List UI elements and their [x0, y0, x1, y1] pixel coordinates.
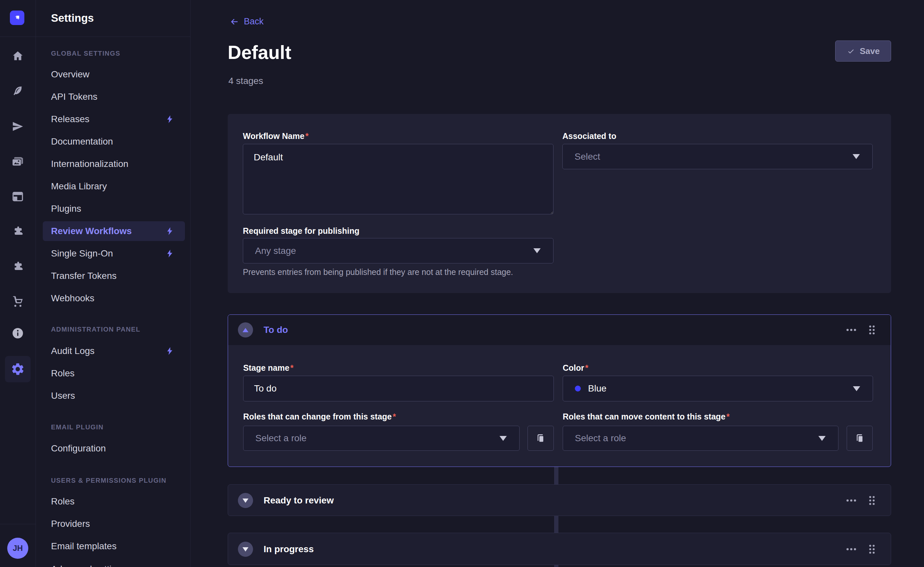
chevron-down-icon	[853, 154, 860, 159]
sidebar-item-overview[interactable]: Overview	[43, 65, 185, 84]
avatar-initials: JH	[13, 544, 23, 553]
stage-options-button[interactable]	[845, 543, 857, 555]
required-asterisk: *	[585, 363, 588, 373]
sidebar-item-audit-logs[interactable]: Audit Logs	[43, 341, 185, 361]
sidebar-item-roles-admin[interactable]: Roles	[43, 364, 185, 383]
back-link[interactable]: Back	[230, 17, 264, 27]
nav-releases[interactable]	[11, 120, 24, 133]
collapse-stage-button[interactable]	[238, 322, 253, 337]
nav-plugins-2[interactable]	[11, 260, 24, 273]
associated-to-select[interactable]: Select	[562, 144, 873, 169]
stage-todo-header[interactable]	[228, 315, 891, 345]
sidebar-item-releases[interactable]: Releases	[43, 109, 185, 129]
drag-handle[interactable]	[866, 543, 878, 555]
workflow-name-label: Workflow Name*	[243, 131, 309, 141]
roles-to-placeholder: Select a role	[575, 433, 626, 444]
page-title: Default	[228, 42, 291, 63]
stage-options-button[interactable]	[845, 324, 857, 336]
nav-help[interactable]	[11, 326, 24, 340]
sidebar-item-single-sign-on[interactable]: Single Sign-On	[43, 244, 185, 263]
save-label: Save	[860, 46, 880, 56]
sidebar-item-roles-up[interactable]: Roles	[43, 492, 185, 511]
expand-stage-button[interactable]	[238, 541, 253, 557]
chevron-down-icon	[853, 386, 860, 391]
settings-sidebar: Settings GLOBAL SETTINGS Overview API To…	[36, 0, 190, 567]
drag-handle[interactable]	[866, 324, 878, 336]
sidebar-item-users[interactable]: Users	[43, 386, 185, 406]
sidebar-item-media-library[interactable]: Media Library	[43, 176, 185, 196]
nav-plugins[interactable]	[11, 225, 24, 238]
puzzle-icon	[12, 225, 24, 238]
triangle-down-icon	[243, 547, 249, 552]
stage-card-ready-to-review[interactable]: Ready to review	[228, 484, 891, 516]
drag-dots-icon	[866, 543, 878, 555]
roles-from-select[interactable]: Select a role	[243, 426, 520, 451]
lightning-icon	[165, 249, 174, 258]
roles-to-select[interactable]: Select a role	[563, 426, 838, 451]
sidebar-item-plugins[interactable]: Plugins	[43, 199, 185, 219]
drag-handle[interactable]	[866, 495, 878, 507]
stage-card-todo: To do Stage name* Color* Blue Roles that…	[228, 314, 891, 467]
stage-in-progress-title: In progress	[264, 541, 314, 557]
section-heading-admin: ADMINISTRATION PANEL	[51, 324, 141, 334]
duplicate-roles-to-button[interactable]	[847, 426, 873, 451]
roles-from-placeholder: Select a role	[255, 433, 307, 444]
sidebar-item-email-templates[interactable]: Email templates	[43, 536, 185, 556]
sidebar-item-api-tokens[interactable]: API Tokens	[43, 87, 185, 107]
required-stage-select[interactable]: Any stage	[243, 238, 554, 263]
triangle-down-icon	[243, 498, 249, 503]
feather-pen-icon	[12, 85, 24, 98]
rail-divider-bottom	[0, 524, 36, 524]
more-options-icon	[845, 543, 857, 555]
section-heading-global: GLOBAL SETTINGS	[51, 48, 120, 58]
sidebar-item-providers[interactable]: Providers	[43, 514, 185, 534]
sidebar-title: Settings	[51, 12, 94, 24]
workflow-name-textarea[interactable]: Default	[243, 144, 554, 214]
save-button[interactable]: Save	[835, 41, 891, 62]
duplicate-roles-from-button[interactable]	[528, 426, 554, 451]
stage-todo-title: To do	[264, 322, 288, 337]
stage-name-label: Stage name*	[243, 363, 294, 373]
sidebar-item-advanced-settings[interactable]: Advanced settings	[43, 559, 185, 567]
color-dot-blue	[575, 386, 581, 391]
sidebar-item-webhooks[interactable]: Webhooks	[43, 289, 185, 308]
icon-rail: JH	[0, 0, 36, 567]
nav-content-manager[interactable]	[11, 85, 24, 98]
stage-options-button[interactable]	[845, 495, 857, 507]
strapi-settings-page: JH Settings GLOBAL SETTINGS Overview API…	[0, 0, 924, 567]
gear-icon	[11, 362, 25, 376]
nav-marketplace[interactable]	[11, 295, 24, 308]
copy-icon	[855, 433, 865, 444]
layout-icon	[12, 190, 24, 203]
roles-to-label: Roles that can move content to this stag…	[563, 412, 729, 421]
shopping-cart-icon	[12, 295, 24, 308]
stage-card-in-progress[interactable]: In progress	[228, 533, 891, 565]
associated-to-label: Associated to	[562, 131, 616, 141]
sidebar-item-internationalization[interactable]: Internationalization	[43, 154, 185, 174]
puzzle-icon-2	[12, 260, 24, 273]
drag-dots-icon	[866, 495, 878, 507]
sidebar-item-review-workflows[interactable]: Review Workflows	[43, 221, 185, 241]
nav-home[interactable]	[11, 50, 24, 63]
required-asterisk: *	[393, 412, 396, 421]
strapi-logo[interactable]	[10, 11, 24, 25]
nav-settings[interactable]	[5, 356, 31, 382]
user-avatar[interactable]: JH	[7, 538, 28, 559]
nav-media-library[interactable]	[11, 155, 24, 168]
expand-stage-button[interactable]	[238, 493, 253, 508]
arrow-left-icon	[230, 17, 239, 27]
sidebar-divider	[36, 36, 190, 37]
required-stage-label: Required stage for publishing	[243, 226, 359, 236]
stage-ready-title: Ready to review	[264, 493, 334, 508]
sidebar-item-configuration[interactable]: Configuration	[43, 439, 185, 458]
more-options-icon	[845, 495, 857, 507]
stage-name-input[interactable]	[243, 376, 554, 402]
required-asterisk: *	[305, 131, 309, 141]
strapi-logo-icon	[12, 13, 22, 23]
sidebar-item-documentation[interactable]: Documentation	[43, 132, 185, 152]
sidebar-item-transfer-tokens[interactable]: Transfer Tokens	[43, 266, 185, 286]
rail-divider-top	[0, 36, 36, 37]
color-select[interactable]: Blue	[563, 376, 873, 402]
more-options-icon	[845, 324, 857, 336]
nav-content-type-builder[interactable]	[11, 190, 24, 203]
